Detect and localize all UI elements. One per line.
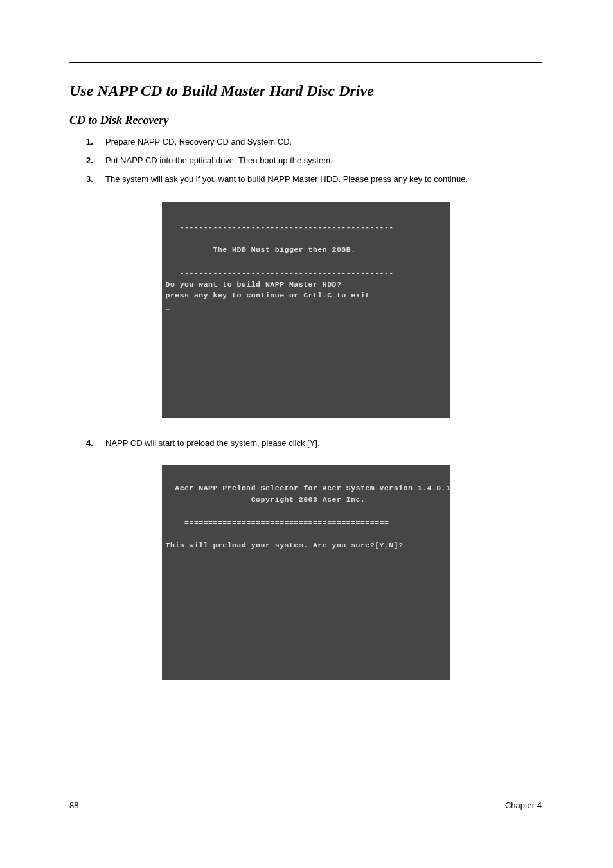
terminal-screenshot-1: ----------------------------------------…: [162, 202, 450, 418]
page-footer: 88 Chapter 4: [69, 801, 542, 810]
terminal-line: Do you want to build NAPP Master HDD?: [166, 280, 342, 288]
step-number: 2.: [86, 155, 93, 167]
step-list: 1. Prepare NAPP CD, Recovery CD and Syst…: [69, 136, 542, 186]
list-item: 2. Put NAPP CD into the optical drive. T…: [86, 155, 542, 167]
step-number: 1.: [86, 136, 93, 148]
list-item: 3. The system will ask you if you want t…: [86, 173, 542, 186]
heading-2: CD to Disk Recovery: [69, 114, 542, 127]
step-number: 3.: [86, 173, 93, 186]
step-list-2: 4. NAPP CD will start to preload the sys…: [69, 438, 542, 450]
terminal-line: Acer NAPP Preload Selector for Acer Syst…: [166, 484, 450, 492]
step-text: NAPP CD will start to preload the system…: [105, 438, 320, 448]
terminal-screenshot-2: Acer NAPP Preload Selector for Acer Syst…: [162, 465, 450, 680]
heading-1: Use NAPP CD to Build Master Hard Disc Dr…: [69, 82, 542, 100]
terminal-line: press any key to continue or Crtl-C to e…: [166, 291, 370, 299]
list-item: 4. NAPP CD will start to preload the sys…: [86, 438, 542, 450]
terminal-line: The HDD Must bigger then 20GB.: [166, 245, 356, 254]
terminal-line: ----------------------------------------…: [166, 269, 394, 277]
terminal-line: ========================================…: [166, 518, 389, 527]
header-rule: [69, 62, 542, 63]
step-number: 4.: [86, 438, 93, 450]
step-text: Put NAPP CD into the optical drive. Then…: [105, 155, 333, 165]
document-page: Use NAPP CD to Build Master Hard Disc Dr…: [0, 0, 613, 868]
terminal-cursor: _: [166, 303, 170, 311]
list-item: 1. Prepare NAPP CD, Recovery CD and Syst…: [86, 136, 542, 148]
content-area: Use NAPP CD to Build Master Hard Disc Dr…: [69, 77, 542, 700]
page-number: 88: [69, 801, 78, 810]
terminal-line: ----------------------------------------…: [166, 223, 394, 231]
step-text: Prepare NAPP CD, Recovery CD and System …: [105, 137, 292, 146]
chapter-label: Chapter 4: [505, 801, 542, 810]
terminal-line: This will preload your system. Are you s…: [166, 541, 404, 549]
step-text: The system will ask you if you want to b…: [105, 174, 468, 184]
terminal-line: Copyright 2003 Acer Inc.: [166, 495, 366, 504]
